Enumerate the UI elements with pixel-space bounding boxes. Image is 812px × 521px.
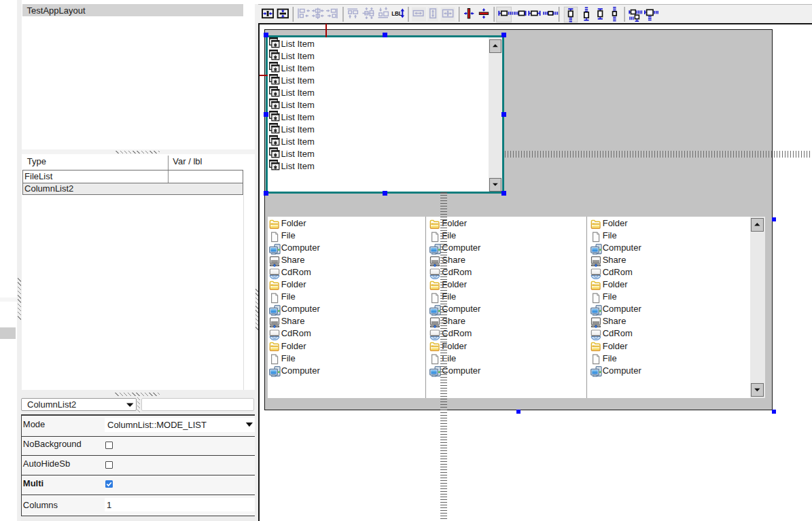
svg-text:LBL: LBL (391, 11, 402, 17)
